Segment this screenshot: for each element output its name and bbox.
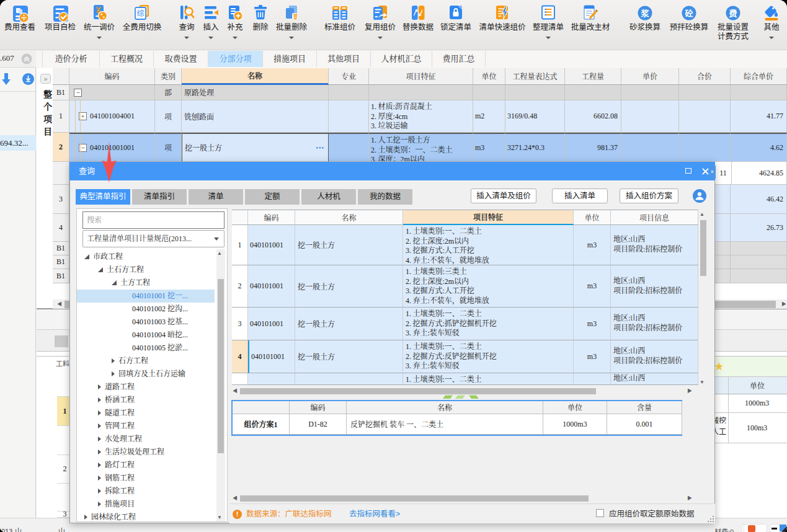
svg-text:费: 费 xyxy=(729,7,737,19)
svg-text:综: 综 xyxy=(136,7,144,18)
svg-text:浆: 浆 xyxy=(640,7,649,19)
svg-text:砼: 砼 xyxy=(685,7,693,19)
